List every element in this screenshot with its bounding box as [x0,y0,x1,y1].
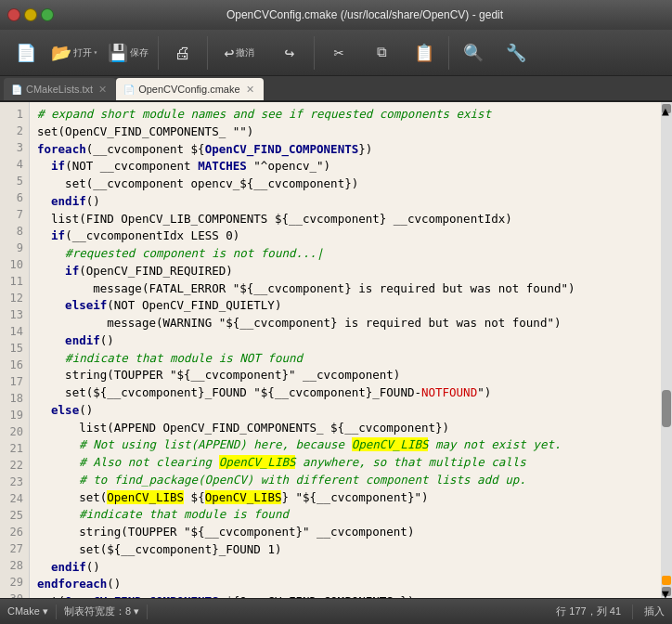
code-editor[interactable]: # expand short module names and see if r… [30,102,661,598]
copy-button[interactable]: ⧉ [361,32,402,73]
tab-cmakelists-label: CMakeLists.txt [26,84,93,95]
status-sep3 [632,604,633,619]
sep2 [207,36,208,70]
scroll-thumb[interactable] [662,390,671,427]
scroll-track[interactable] [662,115,671,574]
cursor-position: 行 177，列 41 [556,604,621,618]
code-area[interactable]: 1 2 3 4 5 6 7 8 9 10 11 12 13 14 15 16 1… [0,102,672,598]
title-bar: OpenCVConfig.cmake (/usr/local/share/Ope… [0,0,672,30]
status-sep2 [147,604,148,619]
scroll-up[interactable]: ▲ [662,104,671,113]
tab-opencvconfig-close[interactable]: ✕ [244,83,256,97]
copy-icon: ⧉ [377,46,387,59]
scroll-down[interactable]: ▼ [662,587,671,596]
cut-icon: ✂ [334,45,344,61]
undo-label: 撤消 [236,46,254,59]
print-icon: 🖨 [174,45,191,61]
search-icon: 🔍 [463,45,484,61]
save-button[interactable]: 💾 保存 [102,32,154,73]
status-sep1 [56,604,57,619]
tabs-bar: 📄 CMakeLists.txt ✕ 📄 OpenCVConfig.cmake … [0,76,672,102]
status-right: 行 177，列 41 插入 [556,604,665,619]
open-icon: 📂 [51,45,71,61]
tab-opencvconfig-icon: 📄 [123,84,135,95]
tab-opencvconfig[interactable]: 📄 OpenCVConfig.cmake ✕ [116,78,263,100]
tools-button[interactable]: 🔧 [496,32,536,73]
insert-mode: 插入 [644,604,665,618]
line-numbers: 1 2 3 4 5 6 7 8 9 10 11 12 13 14 15 16 1… [0,102,30,598]
close-button[interactable] [7,8,20,21]
paste-icon: 📋 [414,45,434,61]
open-label: 打开 [73,46,92,59]
tab-opencvconfig-label: OpenCVConfig.cmake [138,84,239,95]
paste-button[interactable]: 📋 [404,32,445,73]
window-title: OpenCVConfig.cmake (/usr/local/share/Ope… [65,8,665,21]
new-icon: 📄 [16,45,36,61]
print-button[interactable]: 🖨 [162,32,203,73]
tab-cmakelists[interactable]: 📄 CMakeLists.txt ✕ [4,78,116,100]
save-icon: 💾 [108,45,128,61]
redo-button[interactable]: ↪ [269,32,310,73]
search-button[interactable]: 🔍 [453,32,494,73]
undo-icon: ↩ [225,45,235,61]
tools-icon: 🔧 [506,45,526,61]
redo-icon: ↪ [285,45,295,61]
sep3 [314,36,315,70]
cut-button[interactable]: ✂ [318,32,359,73]
new-button[interactable]: 📄 [6,32,46,73]
minimize-button[interactable] [24,8,37,21]
sep4 [448,36,449,70]
save-label: 保存 [130,46,149,59]
language-mode[interactable]: CMake ▾ [7,605,48,618]
maximize-button[interactable] [41,8,54,21]
toolbar: 📄 📂 打开 ▾ 💾 保存 🖨 ↩ 撤消 ↪ ✂ ⧉ 📋 🔍 🔧 [0,30,672,76]
status-bar: CMake ▾ 制表符宽度：8 ▾ 行 177，列 41 插入 [0,598,672,624]
tab-width[interactable]: 制表符宽度：8 ▾ [64,604,139,618]
tab-cmakelists-icon: 📄 [11,84,22,95]
open-arrow: ▾ [94,48,98,57]
scroll-indicator [662,576,671,585]
open-button[interactable]: 📂 打开 ▾ [48,32,100,73]
window-controls [7,8,54,21]
scrollbar[interactable]: ▲ ▼ [661,102,672,598]
tab-cmakelists-close[interactable]: ✕ [97,83,109,97]
sep1 [158,36,159,70]
undo-button[interactable]: ↩ 撤消 [212,32,267,73]
